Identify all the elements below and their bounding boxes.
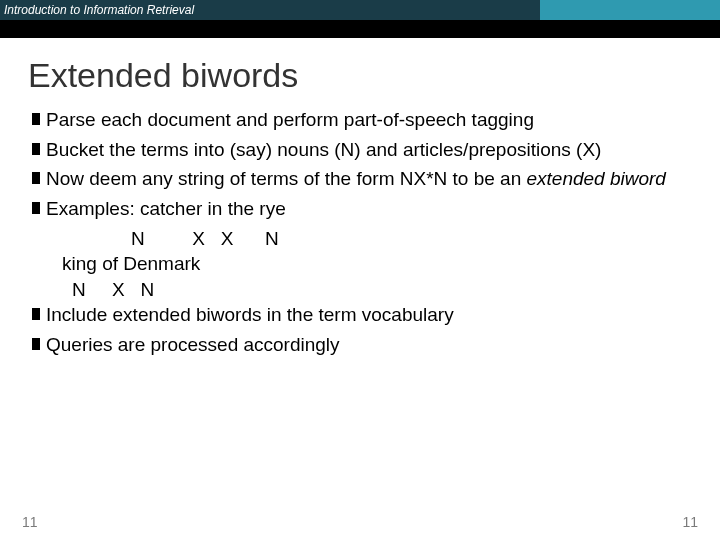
bullet-text: Parse each document and perform part-of-… bbox=[46, 109, 534, 130]
example-tags: N X N bbox=[46, 277, 690, 303]
bullet-text-italic: extended biword bbox=[526, 168, 665, 189]
bullet-text: Include extended biwords in the term voc… bbox=[46, 304, 454, 325]
bullet-item: Queries are processed accordingly bbox=[46, 332, 690, 358]
header-cyan-segment bbox=[540, 0, 720, 20]
bullet-icon bbox=[32, 143, 40, 155]
bullet-item: Examples: catcher in the rye bbox=[46, 196, 690, 222]
bullet-text: Examples: catcher in the rye bbox=[46, 198, 286, 219]
header-dark-segment: Introduction to Information Retrieval bbox=[0, 0, 540, 20]
bullet-item: Include extended biwords in the term voc… bbox=[46, 302, 690, 328]
bullet-item: Now deem any string of terms of the form… bbox=[46, 166, 690, 192]
page-number-right: 11 bbox=[682, 514, 698, 530]
example-tags: N X X N bbox=[46, 226, 690, 252]
slide-title: Extended biwords bbox=[0, 38, 720, 107]
bullet-text: Now deem any string of terms of the form… bbox=[46, 168, 526, 189]
bullet-icon bbox=[32, 113, 40, 125]
black-band bbox=[0, 20, 720, 38]
example-phrase: king of Denmark bbox=[46, 251, 690, 277]
header-bar: Introduction to Information Retrieval bbox=[0, 0, 720, 20]
bullet-icon bbox=[32, 338, 40, 350]
bullet-icon bbox=[32, 202, 40, 214]
footer: 11 11 bbox=[0, 514, 720, 530]
course-title: Introduction to Information Retrieval bbox=[0, 3, 194, 17]
bullet-item: Parse each document and perform part-of-… bbox=[46, 107, 690, 133]
bullet-text: Queries are processed accordingly bbox=[46, 334, 340, 355]
bullet-icon bbox=[32, 172, 40, 184]
bullet-icon bbox=[32, 308, 40, 320]
slide-content: Parse each document and perform part-of-… bbox=[0, 107, 720, 358]
bullet-text: Bucket the terms into (say) nouns (N) an… bbox=[46, 139, 601, 160]
bullet-item: Bucket the terms into (say) nouns (N) an… bbox=[46, 137, 690, 163]
page-number-left: 11 bbox=[22, 514, 38, 530]
